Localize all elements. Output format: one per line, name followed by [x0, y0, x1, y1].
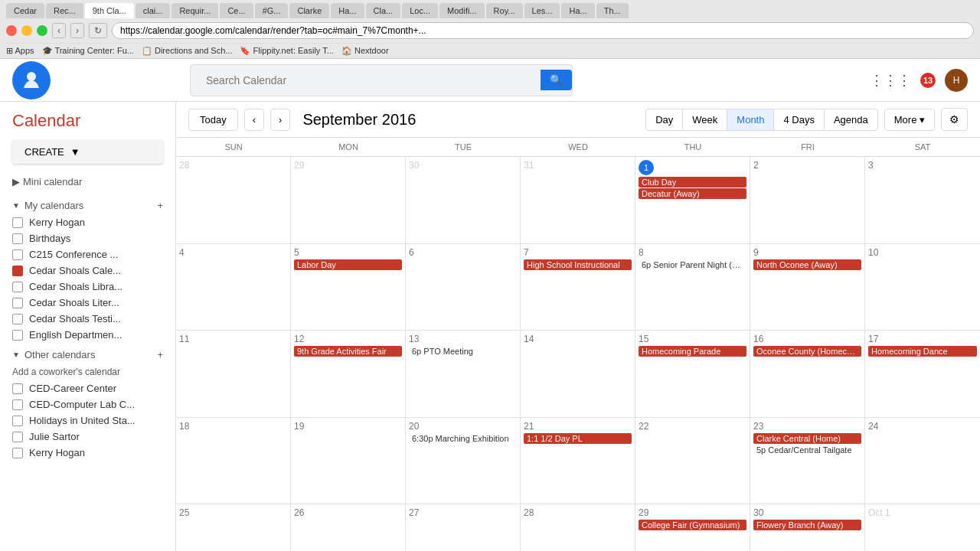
tab-ha2[interactable]: Ha...	[561, 3, 594, 18]
other-calendars-add-icon[interactable]: +	[157, 349, 163, 360]
tab-clarke[interactable]: Clarke	[289, 3, 329, 18]
cal-checkbox-cedar-shoals-cale[interactable]	[12, 266, 23, 276]
cal-item-julie-sartor[interactable]: Julie Sartor	[0, 429, 175, 445]
maximize-btn[interactable]	[37, 25, 47, 36]
tab-ha[interactable]: Ha...	[331, 3, 364, 18]
cal-item-cedar-libra[interactable]: Cedar Shoals Libra...	[0, 279, 175, 295]
event-flowery-branch-away[interactable]: Flowery Branch (Away)	[753, 520, 861, 530]
cal-item-ced-career[interactable]: CED-Career Center	[0, 380, 175, 396]
address-bar[interactable]	[112, 22, 974, 39]
event-marching-exhibition[interactable]: 6:30p Marching Exhibition	[409, 433, 517, 444]
next-month-button[interactable]: ›	[270, 109, 290, 131]
day-24-sep[interactable]: 24	[865, 418, 980, 504]
cal-item-holidays[interactable]: Holidays in United Sta...	[0, 412, 175, 429]
cal-item-cedar-liter[interactable]: Cedar Shoals Liter...	[0, 295, 175, 311]
other-calendars-section[interactable]: ▼ Other calendars +	[0, 343, 175, 364]
cal-checkbox-julie-sartor[interactable]	[12, 432, 23, 442]
event-labor-day[interactable]: Labor Day	[294, 259, 402, 270]
cal-checkbox-cedar-libra[interactable]	[12, 282, 23, 292]
tab-clai[interactable]: clai...	[136, 3, 171, 18]
tab-roy[interactable]: Roy...	[486, 3, 523, 18]
refresh-btn[interactable]: ↻	[89, 23, 107, 38]
day-23-sep[interactable]: 23 Clarke Central (Home) 5p Cedar/Centra…	[750, 418, 865, 504]
bookmark-nextdoor[interactable]: 🏠 Nextdoor	[341, 46, 389, 56]
view-agenda-button[interactable]: Agenda	[824, 109, 878, 131]
cal-item-kerry-hogan[interactable]: Kerry Hogan	[0, 214, 175, 230]
tab-g[interactable]: #G...	[255, 3, 289, 18]
tab-loc[interactable]: Loc...	[402, 3, 438, 18]
cal-checkbox-kerry-hogan[interactable]	[12, 217, 23, 228]
event-9th-grade-fair[interactable]: 9th Grade Activities Fair	[294, 346, 402, 357]
event-high-school-instructional[interactable]: High School Instructional	[524, 259, 632, 270]
day-10-sep[interactable]: 10	[865, 244, 980, 331]
event-north-oconee-away[interactable]: North Oconee (Away)	[753, 259, 861, 270]
notification-badge[interactable]: 13	[920, 73, 936, 88]
day-12-sep[interactable]: 12 9th Grade Activities Fair	[291, 331, 406, 417]
avatar[interactable]: H	[945, 69, 968, 92]
view-4days-button[interactable]: 4 Days	[773, 109, 823, 131]
event-half-day-pl[interactable]: 1:1 1/2 Day PL	[524, 433, 632, 444]
event-decatur-away[interactable]: Decatur (Away)	[639, 188, 746, 199]
cal-checkbox-cedar-liter[interactable]	[12, 298, 23, 308]
day-17-sep[interactable]: 17 Homecoming Dance	[865, 331, 980, 417]
tab-ce[interactable]: Ce...	[220, 3, 253, 18]
cal-checkbox-ced-computer[interactable]	[12, 399, 23, 410]
event-college-fair[interactable]: College Fair (Gymnasium)	[639, 520, 746, 530]
cal-checkbox-kerry-hogan2[interactable]	[12, 448, 23, 458]
day-28-sep[interactable]: 28	[521, 504, 635, 551]
event-homecoming-dance[interactable]: Homecoming Dance	[868, 346, 977, 357]
bookmark-directions[interactable]: 📋 Directions and Sch...	[142, 46, 233, 56]
day-1-oct[interactable]: Oct 1	[865, 504, 980, 551]
search-button[interactable]: 🔍	[541, 70, 572, 90]
cal-checkbox-english-dept[interactable]	[12, 330, 23, 341]
close-btn[interactable]	[6, 25, 17, 36]
day-31-aug[interactable]: 31	[521, 157, 635, 243]
cal-checkbox-holidays[interactable]	[12, 416, 23, 426]
cal-checkbox-ced-career[interactable]	[12, 383, 23, 394]
today-button[interactable]: Today	[188, 109, 238, 131]
day-25-sep[interactable]: 25	[176, 504, 291, 551]
day-9-sep[interactable]: 9 North Oconee (Away)	[750, 244, 865, 331]
minimize-btn[interactable]	[21, 25, 32, 36]
day-22-sep[interactable]: 22	[635, 418, 750, 504]
day-2-sep[interactable]: 2	[750, 157, 865, 243]
settings-button[interactable]: ⚙	[941, 108, 968, 131]
day-21-sep[interactable]: 21 1:1 1/2 Day PL	[521, 418, 635, 504]
bookmark-flippity[interactable]: 🔖 Flippity.net: Easily T...	[240, 46, 333, 56]
event-club-day[interactable]: Club Day	[639, 177, 746, 187]
create-button[interactable]: CREATE ▼	[12, 140, 163, 164]
view-day-button[interactable]: Day	[645, 109, 682, 131]
add-coworker-link[interactable]: Add a coworker's calendar	[0, 364, 175, 380]
day-27-sep[interactable]: 27	[406, 504, 521, 551]
back-btn[interactable]: ‹	[52, 23, 66, 38]
day-11-sep[interactable]: 11	[176, 331, 291, 417]
cal-checkbox-c215[interactable]	[12, 249, 23, 260]
day-4-sep[interactable]: 4	[176, 244, 291, 331]
day-6-sep[interactable]: 6	[406, 244, 521, 331]
day-8-sep[interactable]: 8 6p Senior Parent Night (The...	[635, 244, 750, 331]
tab-th[interactable]: Th...	[596, 3, 629, 18]
day-18-sep[interactable]: 18	[176, 418, 291, 504]
tab-req[interactable]: Requir...	[172, 3, 218, 18]
cal-item-cedar-testi[interactable]: Cedar Shoals Testi...	[0, 311, 175, 327]
prev-month-button[interactable]: ‹	[244, 109, 264, 131]
tab-rec[interactable]: Rec...	[46, 3, 83, 18]
day-29-sep[interactable]: 29 College Fair (Gymnasium)	[635, 504, 750, 551]
day-26-sep[interactable]: 26	[291, 504, 406, 551]
my-calendars-section[interactable]: ▼ My calendars +	[0, 194, 175, 214]
day-30-sep[interactable]: 30 Flowery Branch (Away)	[750, 504, 865, 551]
cal-item-english-dept[interactable]: English Departmen...	[0, 327, 175, 343]
cal-item-birthdays[interactable]: Birthdays	[0, 230, 175, 246]
day-13-sep[interactable]: 13 6p PTO Meeting	[406, 331, 521, 417]
event-cedar-central-tailgate[interactable]: 5p Cedar/Central Tailgate	[753, 445, 861, 455]
cal-item-cedar-shoals-cale[interactable]: Cedar Shoals Cale...	[0, 262, 175, 279]
event-pto-meeting[interactable]: 6p PTO Meeting	[409, 346, 517, 357]
tab-9th[interactable]: 9th Cla...	[85, 3, 134, 18]
cal-item-ced-computer[interactable]: CED-Computer Lab C...	[0, 396, 175, 412]
forward-btn[interactable]: ›	[70, 23, 84, 38]
day-30-aug[interactable]: 30	[406, 157, 521, 243]
view-week-button[interactable]: Week	[682, 109, 727, 131]
cal-checkbox-birthdays[interactable]	[12, 233, 23, 244]
cal-checkbox-cedar-testi[interactable]	[12, 314, 23, 324]
day-19-sep[interactable]: 19	[291, 418, 406, 504]
